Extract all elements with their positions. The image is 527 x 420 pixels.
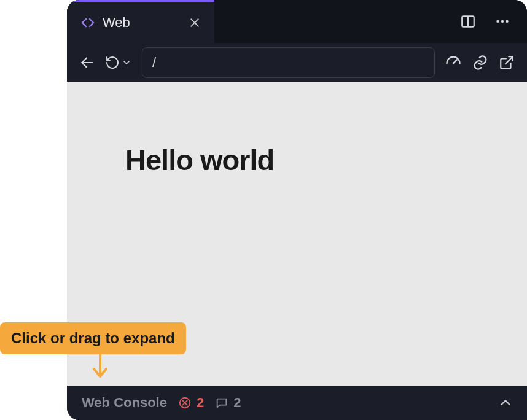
callout-text: Click or drag to expand [11,330,175,346]
error-count[interactable]: 2 [178,395,204,411]
arrow-down-icon [91,352,109,380]
page-heading: Hello world [125,143,527,177]
message-icon [215,396,228,410]
svg-line-8 [453,60,457,63]
info-count-value: 2 [233,395,241,411]
titlebar-right [458,0,527,43]
tab-title: Web [103,15,181,31]
chevron-down-icon [121,52,132,74]
titlebar-spacer [214,0,458,43]
tooltip-callout: Click or drag to expand [0,322,186,354]
link-icon[interactable] [472,52,489,74]
app-window: Web [67,0,527,420]
error-count-value: 2 [197,395,204,411]
panel-toggle-icon[interactable] [458,12,478,31]
console-label: Web Console [82,395,167,411]
error-icon [178,396,192,410]
code-icon [80,15,95,30]
back-icon[interactable] [79,52,95,74]
url-input[interactable] [142,47,435,78]
toolbar [67,43,527,82]
active-tab[interactable]: Web [67,0,214,43]
svg-point-4 [496,20,499,23]
info-count[interactable]: 2 [215,395,241,411]
svg-point-6 [506,20,508,23]
reload-button[interactable] [105,52,132,74]
svg-point-5 [501,20,504,23]
chevron-up-icon[interactable] [499,396,512,410]
reload-icon [105,52,120,74]
console-bar[interactable]: Web Console 2 2 [67,386,527,420]
close-icon[interactable] [189,17,201,29]
open-external-icon[interactable] [499,52,515,74]
titlebar: Web [67,0,527,43]
more-icon[interactable] [493,12,512,31]
svg-line-9 [506,56,513,64]
performance-icon[interactable] [445,52,462,74]
